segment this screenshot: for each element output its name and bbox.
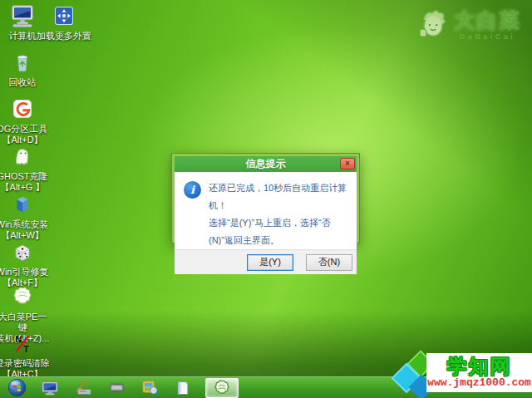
desktop-icon-ghost-clone[interactable]: GHOST克隆 【Alt+G 】 <box>0 143 50 193</box>
close-icon[interactable]: × <box>340 158 355 170</box>
dialog-title: 信息提示 <box>246 157 286 171</box>
brand-name-en: DaBaiCai <box>460 32 516 41</box>
computer-icon <box>9 2 36 29</box>
taskbar-file-explorer-button[interactable] <box>39 378 61 398</box>
load-more-icon <box>51 2 77 29</box>
taskbar-memory-chip-button[interactable] <box>106 378 127 398</box>
svg-text:N: N <box>15 334 22 344</box>
desktop-icon-win-system-install[interactable]: Win系统安装 【Alt+W】 <box>0 191 50 241</box>
dialog-body: i 还原已完成，10秒后自动重启计算机！ 选择“是(Y)”马上重启，选择“否(N… <box>175 172 357 249</box>
brand-name: 大白菜 <box>454 10 521 31</box>
start-button[interactable] <box>6 378 27 398</box>
dialog-message-line1: 还原已完成，10秒后自动重启计算机！ <box>209 179 350 214</box>
dialog-message: 还原已完成，10秒后自动重启计算机！ 选择“是(Y)”马上重启，选择“否(N)”… <box>209 179 350 249</box>
nt-password-icon: N T <box>9 330 36 356</box>
yes-button[interactable]: 是(Y) <box>247 254 293 271</box>
desktop-icon-dg-partition-tool[interactable]: DG分区工具 【Alt+D】 <box>0 96 50 145</box>
site-watermark: 学知网 www.jmqz1000.com <box>426 353 532 392</box>
dialog-footer: 是(Y) 否(N) <box>175 249 357 274</box>
recycle-bin-icon <box>9 49 36 76</box>
dabaicai-mascot-icon <box>415 6 450 44</box>
site-url: www.jmqz1000.com <box>427 376 531 390</box>
diskgenius-icon <box>9 96 36 122</box>
desktop-icon-win-boot-repair[interactable]: Win引导修复 【Alt+F】 <box>0 238 50 288</box>
desktop-icon-label: 回收站 <box>9 77 37 88</box>
info-dialog: 信息提示 × i 还原已完成，10秒后自动重启计算机！ 选择“是(Y)”马上重启… <box>171 153 360 243</box>
cabbage-icon <box>9 283 36 310</box>
desktop-icon-load-more-external[interactable]: 加载更多外置 <box>33 2 95 42</box>
dice-icon <box>9 238 36 265</box>
no-button[interactable]: 否(N) <box>306 254 352 271</box>
taskbar-image-tool-button[interactable] <box>139 378 160 398</box>
taskbar-dabaicai-pe-button[interactable] <box>205 378 239 398</box>
dialog-titlebar[interactable]: 信息提示 × <box>175 156 357 172</box>
desktop-icon-login-password-clear[interactable]: N T 登录密码清除 【Alt+C】 <box>0 330 50 380</box>
site-name: 学知网 <box>447 356 512 376</box>
svg-text:T: T <box>23 344 29 354</box>
desktop-icon-label: GHOST克隆 【Alt+G 】 <box>0 171 48 193</box>
ghost-icon <box>9 143 36 170</box>
install-box-icon <box>9 191 36 218</box>
taskbar-disk-cleanup-button[interactable] <box>72 378 94 398</box>
dialog-message-line2: 选择“是(Y)”马上重启，选择“否(N)”返回主界面。 <box>209 214 350 249</box>
taskbar-notepad-button[interactable] <box>172 378 194 398</box>
desktop-icon-label: 计算机 <box>9 31 37 42</box>
dabaicai-logo: 大白菜 DaBaiCai <box>415 6 521 44</box>
desktop-icon-recycle-bin[interactable]: 回收站 <box>0 49 50 88</box>
desktop-icon-label: 加载更多外置 <box>37 31 91 42</box>
info-icon: i <box>184 181 201 199</box>
